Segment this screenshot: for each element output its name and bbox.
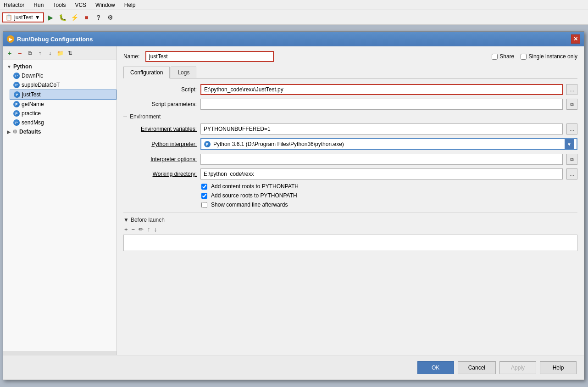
show-cmdline-checkbox[interactable]	[201, 202, 207, 208]
script-input[interactable]	[200, 84, 563, 95]
tree-item-supplecot[interactable]: P suppleDataCoT	[10, 80, 116, 90]
folder-button[interactable]: 📁	[55, 49, 65, 58]
dialog-titlebar: ▶ Run/Debug Configurations ✕	[3, 32, 584, 46]
share-label-text: Share	[499, 53, 514, 60]
before-launch-title: ▼ Before launch	[123, 217, 577, 223]
sdk-button[interactable]: ⚙	[105, 12, 116, 22]
menu-tools[interactable]: Tools	[51, 1, 67, 9]
env-vars-browse-button[interactable]: …	[566, 123, 577, 135]
sort-button[interactable]: ⇅	[66, 49, 75, 58]
script-params-input[interactable]	[200, 99, 563, 110]
checkbox-show-cmdline: Show command line afterwards	[123, 202, 577, 208]
tree-item-getname[interactable]: P getName	[10, 100, 116, 109]
sort-down-button[interactable]: ↓	[45, 49, 55, 58]
menu-help[interactable]: Help	[122, 1, 138, 9]
bl-up-button[interactable]: ↑	[146, 226, 151, 233]
python-config-icon: P	[13, 119, 20, 126]
checkbox-content-roots: Add content roots to PYTHONPATH	[123, 183, 577, 190]
copy-config-button[interactable]: ⧉	[25, 49, 34, 58]
add-config-button[interactable]: +	[5, 49, 14, 58]
left-scrollbar[interactable]	[3, 351, 116, 355]
run-button[interactable]: ▶	[46, 12, 56, 22]
cancel-button[interactable]: Cancel	[458, 361, 496, 374]
working-dir-browse-button[interactable]: …	[566, 168, 577, 179]
remove-config-button[interactable]: −	[15, 49, 24, 58]
dialog-close-button[interactable]: ✕	[571, 34, 580, 44]
chevron-icon: ▼	[7, 64, 11, 69]
left-toolbar: + − ⧉ ↑ ↓ 📁 ⇅	[3, 46, 116, 60]
interp-options-copy-button[interactable]: ⧉	[566, 154, 577, 165]
help-button[interactable]: Help	[540, 361, 577, 374]
python-config-icon: P	[13, 101, 20, 107]
python-config-icon: P	[13, 82, 20, 88]
python-config-icon: P	[13, 73, 20, 79]
tree-item-sendmsg[interactable]: P sendMsg	[10, 118, 116, 127]
env-vars-label: Environment variables:	[123, 126, 197, 132]
python-interp-label: Python interpreter:	[123, 141, 197, 147]
ok-button[interactable]: OK	[417, 361, 454, 374]
share-checkbox-label[interactable]: Share	[492, 53, 514, 60]
chevron-down-icon: ▼	[35, 14, 40, 21]
script-browse-button[interactable]: …	[566, 84, 577, 95]
config-icon: 📋	[6, 14, 12, 21]
tree-item-justtest[interactable]: P justTest	[10, 90, 116, 100]
env-vars-input[interactable]	[200, 123, 563, 135]
script-params-copy-button[interactable]: ⧉	[566, 99, 577, 110]
source-roots-label: Add source roots to PYTHONPATH	[211, 192, 297, 199]
bl-add-button[interactable]: +	[123, 226, 129, 233]
single-instance-checkbox[interactable]	[521, 54, 527, 60]
dialog-icon: ▶	[7, 35, 14, 43]
source-roots-checkbox[interactable]	[201, 193, 207, 199]
chevron-icon: ▼	[123, 217, 129, 223]
interpreter-value: Python 3.6.1 (D:\Program Files\Python36\…	[213, 141, 344, 147]
share-checkbox[interactable]	[492, 54, 498, 60]
right-panel: Name: Share Single instance only Configu…	[117, 46, 584, 355]
menu-vcs[interactable]: VCS	[73, 1, 88, 9]
script-params-label: Script parameters:	[123, 101, 197, 107]
help-button[interactable]: ?	[94, 12, 104, 22]
menu-run[interactable]: Run	[32, 1, 45, 9]
name-input[interactable]	[145, 51, 274, 62]
environment-section-label: Environment	[123, 113, 577, 120]
working-dir-label: Working directory:	[123, 171, 197, 177]
apply-button[interactable]: Apply	[499, 361, 536, 374]
config-tree: ▼ Python P DownPic P suppleDataCoT P jus…	[3, 60, 116, 351]
config-selector[interactable]: 📋 justTest ▼	[2, 12, 44, 22]
bl-down-button[interactable]: ↓	[153, 226, 158, 233]
run-debug-dialog: ▶ Run/Debug Configurations ✕ + − ⧉ ↑ ↓ 📁…	[3, 31, 584, 380]
interp-options-input[interactable]	[200, 154, 563, 165]
gear-icon: ⚙	[12, 129, 17, 135]
before-launch-area	[123, 235, 577, 251]
tree-python-section[interactable]: ▼ Python	[3, 62, 116, 71]
form-section: Script: … Script parameters: ⧉ Environme…	[123, 84, 577, 350]
debug-button[interactable]: 🐛	[58, 12, 68, 22]
python-interpreter-dropdown[interactable]: P Python 3.6.1 (D:\Program Files\Python3…	[200, 138, 577, 150]
tree-item-practice[interactable]: P practice	[10, 109, 116, 118]
tree-item-label: sendMsg	[22, 119, 44, 126]
stop-button[interactable]: ■	[82, 12, 92, 22]
tree-item-label: suppleDataCoT	[22, 82, 60, 88]
working-dir-row: Working directory: …	[123, 168, 577, 179]
sort-up-button[interactable]: ↑	[35, 49, 44, 58]
bl-edit-button[interactable]: ✏	[138, 226, 144, 233]
single-instance-label[interactable]: Single instance only	[521, 53, 577, 60]
interp-options-row: Interpreter options: ⧉	[123, 154, 577, 165]
tree-item-label: justTest	[22, 91, 41, 98]
working-dir-input[interactable]	[200, 168, 563, 179]
bl-remove-button[interactable]: −	[131, 226, 136, 233]
dialog-footer: OK Cancel Apply Help	[3, 355, 584, 380]
single-instance-text: Single instance only	[528, 53, 577, 60]
tab-configuration[interactable]: Configuration	[123, 67, 170, 79]
tabs-row: Configuration Logs	[123, 67, 577, 79]
tree-defaults-section[interactable]: ▶ ⚙ Defaults	[3, 127, 116, 136]
before-launch-toolbar: + − ✏ ↑ ↓	[123, 226, 577, 233]
left-panel: + − ⧉ ↑ ↓ 📁 ⇅ ▼ Python P DownPic	[3, 46, 117, 355]
python-section-label: Python	[13, 63, 32, 70]
tab-logs[interactable]: Logs	[171, 67, 196, 78]
tree-item-downpic[interactable]: P DownPic	[10, 71, 116, 80]
toolbar: 📋 justTest ▼ ▶ 🐛 ⚡ ■ ? ⚙	[0, 10, 588, 25]
menu-window[interactable]: Window	[94, 1, 117, 9]
menu-refactor[interactable]: Refactor	[2, 1, 26, 9]
content-roots-checkbox[interactable]	[201, 184, 207, 190]
run-with-coverage-button[interactable]: ⚡	[70, 12, 80, 22]
